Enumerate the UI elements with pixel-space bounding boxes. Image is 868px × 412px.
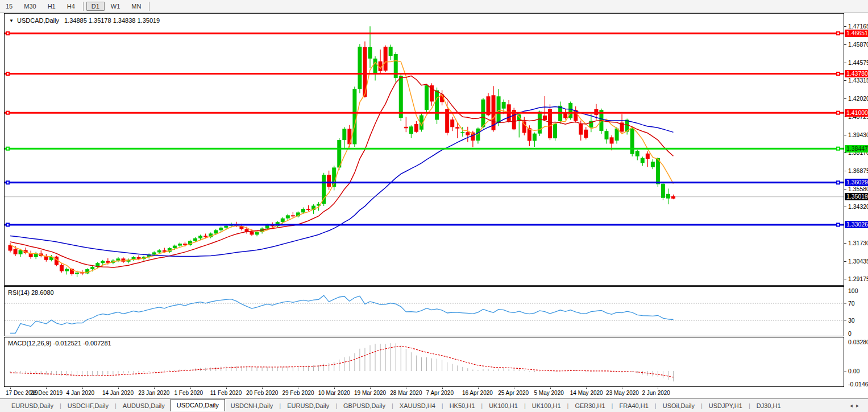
price-axis-tick xyxy=(844,98,846,99)
chart-tab-HK50-H1[interactable]: HK50,H1 xyxy=(444,401,481,411)
price-line-badge: 1.38447 xyxy=(845,145,868,153)
level-line-1.43780[interactable] xyxy=(5,72,844,76)
date-axis-tick xyxy=(514,388,514,389)
chart-tab-USOil-Daily[interactable]: USOil,Daily xyxy=(657,401,700,411)
price-axis-tick xyxy=(844,171,846,171)
rsi-plot xyxy=(5,287,844,336)
timeframe-toolbar: 15M30H1H4D1W1MN xyxy=(0,0,868,13)
level-line-1.33026[interactable] xyxy=(5,223,844,226)
level-line-1.41000[interactable] xyxy=(5,111,844,115)
chart-title: ▼ USDCAD,Daily 1.34885 1.35178 1.34838 1… xyxy=(9,17,160,24)
price-axis-label: 1.35580 xyxy=(848,186,868,192)
macd-indicator-panel[interactable]: MACD(12,26,9) -0.012521 -0.007281 xyxy=(4,337,844,387)
chart-tab-DJ30-H1[interactable]: DJ30,H1 xyxy=(751,401,787,411)
date-axis-label: 23 May 2020 xyxy=(606,390,639,396)
price-axis: 1.471651.458701.445751.433151.420201.407… xyxy=(844,0,868,412)
candles-layer xyxy=(9,26,676,277)
price-axis-label: 1.45870 xyxy=(848,41,868,48)
date-axis-tick xyxy=(550,388,551,389)
chevron-down-icon[interactable]: ▼ xyxy=(9,18,14,23)
level-line-1.46651[interactable] xyxy=(5,31,844,35)
medium-ma-line xyxy=(10,76,674,267)
tab-scroll-left-icon[interactable]: ◂ xyxy=(850,402,856,409)
date-axis-label: 7 Apr 2020 xyxy=(426,390,454,396)
date-axis-label: 4 Jan 2020 xyxy=(67,390,95,396)
rsi-axis-tick xyxy=(844,320,846,321)
macd-plot xyxy=(5,337,844,386)
date-axis-label: 19 Mar 2020 xyxy=(354,390,386,396)
price-axis-label: 1.47165 xyxy=(848,23,868,30)
tab-scroll-right-icon[interactable]: ▸ xyxy=(856,402,862,409)
price-line-badge: 1.41000 xyxy=(845,109,868,117)
chart-tab-FRA40-H1[interactable]: FRA40,H1 xyxy=(613,401,654,411)
trading-app-window: 15M30H1H4D1W1MN ▼ USDCAD,Daily 1.34885 1… xyxy=(0,0,868,412)
chart-tab-USDJPY-H1[interactable]: USDJPY,H1 xyxy=(703,401,748,411)
price-axis-tick xyxy=(844,189,846,189)
date-axis-tick xyxy=(658,388,658,389)
chart-tab-USDCHF-Daily[interactable]: USDCHF,Daily xyxy=(62,401,114,411)
price-axis-label: 1.34320 xyxy=(848,203,868,210)
date-axis-label: 14 May 2020 xyxy=(570,390,603,396)
timeframe-button-M30[interactable]: M30 xyxy=(19,2,41,11)
chart-tab-GER30-H1[interactable]: GER30,H1 xyxy=(569,401,610,411)
date-axis-label: 5 May 2020 xyxy=(534,390,564,396)
chart-tab-EURUSD-Daily[interactable]: EURUSD,Daily xyxy=(281,401,335,411)
price-axis-tick xyxy=(844,135,846,135)
macd-label: MACD(12,26,9) -0.012521 -0.007281 xyxy=(8,340,111,347)
level-line-1.38447[interactable] xyxy=(5,147,844,151)
price-chart-panel[interactable]: ▼ USDCAD,Daily 1.34885 1.35178 1.34838 1… xyxy=(4,13,844,286)
date-axis-tick xyxy=(478,388,479,389)
timeframe-button-H1[interactable]: H1 xyxy=(43,2,61,11)
chart-tab-UK100-H1[interactable]: UK100,H1 xyxy=(483,401,524,411)
chart-tab-USDCNH-Daily[interactable]: USDCNH,Daily xyxy=(225,401,279,411)
date-axis-label: 25 Apr 2020 xyxy=(498,390,529,396)
date-axis-tick xyxy=(82,388,83,389)
rsi-axis-label: 70 xyxy=(848,300,855,307)
level-line-1.36029[interactable] xyxy=(5,180,844,184)
date-axis-tick xyxy=(10,388,11,389)
chart-tab-USDCAD-Daily[interactable]: USDCAD,Daily xyxy=(171,399,225,411)
current-price-badge: 1.35019 xyxy=(845,193,868,200)
price-axis-tick xyxy=(844,243,846,244)
date-axis-label: 14 Jan 2020 xyxy=(102,390,134,396)
macd-axis-label: 0.03280 xyxy=(848,339,868,345)
date-axis-tick xyxy=(118,388,119,389)
timeframe-button-D1[interactable]: D1 xyxy=(86,2,105,11)
price-axis-label: 1.42020 xyxy=(848,95,868,102)
date-axis-label: 20 Feb 2020 xyxy=(246,390,278,396)
date-axis-label: 28 Mar 2020 xyxy=(390,390,422,396)
rsi-axis-label: 30 xyxy=(848,317,855,324)
chart-tab-GBPUSD-Daily[interactable]: GBPUSD,Daily xyxy=(338,401,391,411)
rsi-indicator-panel[interactable]: RSI(14) 28.6080 xyxy=(4,286,844,336)
chart-tab-AUDUSD-Daily[interactable]: AUDUSD,Daily xyxy=(117,401,171,411)
price-axis-tick xyxy=(844,80,846,81)
price-line-badge: 1.43780 xyxy=(845,70,868,77)
candlestick-chart[interactable] xyxy=(5,14,844,285)
chart-tab-EURUSD-Daily[interactable]: EURUSD,Daily xyxy=(6,401,59,411)
price-axis-label: 1.29175 xyxy=(848,275,868,282)
price-axis-label: 1.44575 xyxy=(848,59,868,66)
price-axis-tick xyxy=(844,44,846,45)
timeframe-button-15[interactable]: 15 xyxy=(1,2,18,11)
rsi-line xyxy=(10,295,674,333)
price-axis-label: 1.36875 xyxy=(848,167,868,174)
timeframe-button-W1[interactable]: W1 xyxy=(106,2,126,11)
macd-axis-label: 0.00 xyxy=(848,368,859,374)
rsi-label: RSI(14) 28.6080 xyxy=(8,289,54,296)
chart-symbol-label: USDCAD,Daily xyxy=(17,17,59,24)
chart-ohlc-values: 1.34885 1.35178 1.34838 1.35019 xyxy=(64,17,160,24)
price-line-badge: 1.46651 xyxy=(845,30,868,37)
date-axis-label: 16 Apr 2020 xyxy=(462,390,493,396)
date-axis-tick xyxy=(226,388,227,389)
chart-tab-XAUUSD-H4[interactable]: XAUUSD,H4 xyxy=(394,401,441,411)
macd-signal-line xyxy=(10,347,674,377)
macd-axis-tick xyxy=(844,371,846,372)
chart-tab-UK100-H1[interactable]: UK100,H1 xyxy=(526,401,567,411)
timeframe-button-H4[interactable]: H4 xyxy=(62,2,80,11)
date-axis-label: 1 Feb 2020 xyxy=(175,390,203,396)
price-axis-tick xyxy=(844,261,846,262)
fast-ma-line xyxy=(10,61,674,273)
timeframe-button-MN[interactable]: MN xyxy=(126,2,146,11)
price-axis-tick xyxy=(844,63,846,63)
price-axis-label: 1.31730 xyxy=(848,240,868,246)
